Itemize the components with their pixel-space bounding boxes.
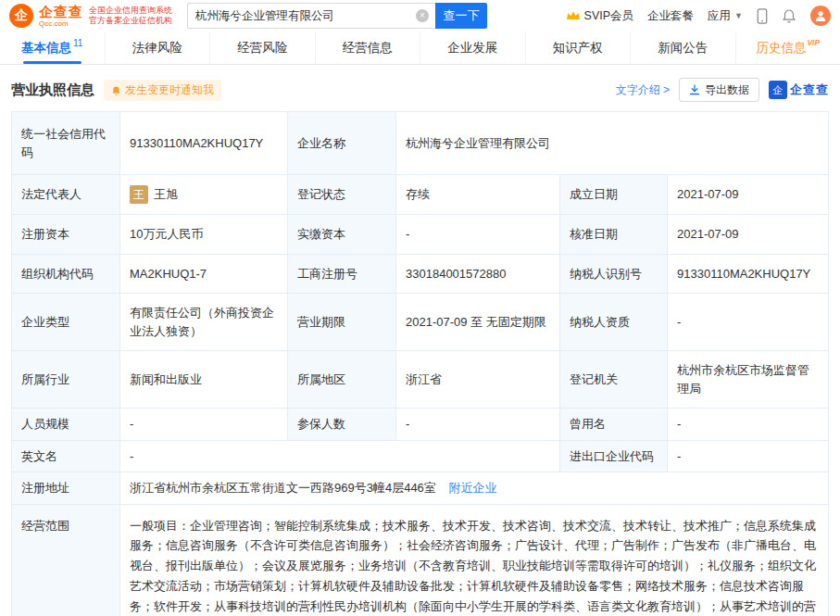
tab-intellectual-property[interactable]: 知识产权 bbox=[526, 31, 632, 64]
field-label-org-code: 组织机构代码 bbox=[12, 254, 120, 294]
table-row: 注册地址 浙江省杭州市余杭区五常街道文一西路969号3幢4层446室 附近企业 bbox=[12, 472, 829, 505]
field-value-reg-authority: 杭州市余杭区市场监督管理局 bbox=[668, 351, 829, 409]
field-value-region: 浙江省 bbox=[396, 351, 560, 409]
clear-search-icon[interactable]: × bbox=[416, 9, 429, 22]
field-label-business-term: 营业期限 bbox=[288, 294, 396, 351]
search-button[interactable]: 查一下 bbox=[435, 3, 487, 29]
field-value-reg-number: 330184001572880 bbox=[396, 254, 560, 294]
field-label-paid-capital: 实缴资本 bbox=[288, 215, 396, 255]
table-row: 企业类型 有限责任公司（外商投资企业法人独资） 营业期限 2021-07-09 … bbox=[12, 294, 829, 351]
table-row: 注册资本 10万元人民币 实缴资本 - 核准日期 2021-07-09 bbox=[12, 215, 829, 255]
field-label-approval-date: 核准日期 bbox=[560, 215, 668, 255]
table-row: 统一社会信用代码 91330110MA2KHUQ17Y 企业名称 杭州海兮企业管… bbox=[12, 112, 829, 175]
tab-company-development[interactable]: 企业发展 bbox=[420, 31, 526, 64]
field-label-credit-code: 统一社会信用代码 bbox=[12, 112, 120, 175]
table-row: 组织机构代码 MA2KHUQ1-7 工商注册号 330184001572880 … bbox=[12, 254, 829, 294]
table-row: 经营范围 一般项目：企业管理咨询；智能控制系统集成；技术服务、技术开发、技术咨询… bbox=[12, 504, 829, 616]
top-header: 企 企查查 Qcc.com 全国企业信用查询系统 官方备案企业征信机构 × 查一… bbox=[0, 0, 840, 31]
table-row: 所属行业 新闻和出版业 所属地区 浙江省 登记机关 杭州市余杭区市场监督管理局 bbox=[12, 351, 829, 409]
main-nav-tabs: 基本信息 11 法律风险 经营风险 经营信息 企业发展 知识产权 新闻公告 历史… bbox=[0, 31, 840, 65]
section-title: 营业执照信息 bbox=[11, 82, 94, 99]
field-label-establish-date: 成立日期 bbox=[560, 175, 668, 215]
notify-bell-icon bbox=[111, 85, 121, 95]
tab-business-info[interactable]: 经营信息 bbox=[316, 31, 421, 64]
field-value-reg-status: 存续 bbox=[396, 175, 560, 215]
crown-icon bbox=[566, 10, 581, 21]
notifications-button[interactable] bbox=[782, 8, 796, 23]
brand-name: 企查查 bbox=[39, 5, 83, 19]
text-intro-link[interactable]: 文字介绍 > bbox=[616, 82, 670, 98]
field-value-business-term: 2021-07-09 至 无固定期限 bbox=[396, 294, 560, 351]
field-label-former-name: 曾用名 bbox=[560, 409, 668, 441]
section-header: 营业执照信息 发生变更时通知我 文字介绍 > 导出数据 企 企查查 bbox=[11, 78, 829, 102]
field-label-taxpayer-quality: 纳税人资质 bbox=[560, 294, 668, 351]
chevron-down-icon: ▼ bbox=[734, 11, 743, 20]
field-value-reg-capital: 10万元人民币 bbox=[120, 215, 288, 255]
field-value-credit-code: 91330110MA2KHUQ17Y bbox=[120, 112, 288, 175]
field-value-industry: 新闻和出版业 bbox=[120, 351, 288, 409]
qcc-watermark-logo: 企 企查查 bbox=[769, 81, 829, 99]
business-license-table: 统一社会信用代码 91330110MA2KHUQ17Y 企业名称 杭州海兮企业管… bbox=[11, 111, 829, 616]
field-value-import-export-code: - bbox=[668, 440, 829, 472]
field-value-company-name: 杭州海兮企业管理有限公司 bbox=[396, 112, 829, 175]
bell-icon bbox=[782, 8, 796, 23]
field-value-legal-rep: 王 王旭 bbox=[120, 175, 288, 215]
field-label-reg-status: 登记状态 bbox=[288, 175, 396, 215]
phone-icon bbox=[757, 8, 768, 24]
user-avatar[interactable] bbox=[810, 6, 831, 26]
field-label-staff-size: 人员规模 bbox=[12, 409, 120, 441]
field-label-insured-count: 参保人数 bbox=[288, 409, 396, 441]
tab-operation-risk[interactable]: 经营风险 bbox=[210, 31, 316, 64]
table-row: 人员规模 - 参保人数 - 曾用名 - bbox=[12, 409, 829, 441]
tab-news-announcements[interactable]: 新闻公告 bbox=[631, 31, 736, 64]
legal-rep-avatar: 王 bbox=[130, 185, 148, 204]
apps-menu[interactable]: 应用 ▼ bbox=[708, 8, 743, 24]
field-value-org-code: MA2KHUQ1-7 bbox=[120, 254, 288, 294]
svip-link[interactable]: SVIP会员 bbox=[566, 8, 634, 24]
qcc-logo-icon: 企 bbox=[9, 4, 33, 28]
field-label-address: 注册地址 bbox=[12, 472, 120, 505]
table-row: 法定代表人 王 王旭 登记状态 存续 成立日期 2021-07-09 bbox=[12, 175, 829, 215]
tab-legal-risk[interactable]: 法律风险 bbox=[106, 31, 211, 64]
person-icon bbox=[814, 9, 827, 22]
download-icon bbox=[689, 84, 700, 95]
enterprise-package-link[interactable]: 企业套餐 bbox=[647, 8, 694, 24]
field-value-english-name: - bbox=[120, 440, 560, 472]
field-value-address: 浙江省杭州市余杭区五常街道文一西路969号3幢4层446室 附近企业 bbox=[120, 472, 829, 505]
qcc-watermark-icon: 企 bbox=[769, 81, 787, 99]
main-content: 营业执照信息 发生变更时通知我 文字介绍 > 导出数据 企 企查查 统一社会信用… bbox=[0, 78, 840, 616]
field-label-taxpayer-id: 纳税人识别号 bbox=[560, 254, 668, 294]
export-data-button[interactable]: 导出数据 bbox=[679, 78, 759, 102]
nearby-companies-link[interactable]: 附近企业 bbox=[448, 481, 496, 495]
brand-domain: Qcc.com bbox=[39, 20, 83, 28]
field-value-insured-count: - bbox=[396, 409, 560, 441]
field-label-reg-number: 工商注册号 bbox=[288, 254, 396, 294]
field-value-taxpayer-quality: - bbox=[668, 294, 829, 351]
tab-history-info[interactable]: 历史信息 VIP bbox=[736, 31, 840, 64]
field-label-legal-rep: 法定代表人 bbox=[12, 175, 120, 215]
field-label-english-name: 英文名 bbox=[12, 440, 120, 472]
search-bar: × 查一下 bbox=[187, 3, 487, 29]
field-value-former-name: - bbox=[668, 409, 829, 441]
field-value-business-scope: 一般项目：企业管理咨询；智能控制系统集成；技术服务、技术开发、技术咨询、技术交流… bbox=[120, 504, 829, 616]
basic-info-count: 11 bbox=[73, 38, 82, 48]
field-value-taxpayer-id: 91330110MA2KHUQ17Y bbox=[668, 254, 829, 294]
legal-rep-name[interactable]: 王旭 bbox=[154, 185, 178, 204]
field-value-paid-capital: - bbox=[396, 215, 560, 255]
field-label-company-type: 企业类型 bbox=[12, 294, 120, 351]
search-input[interactable] bbox=[188, 9, 416, 22]
table-row: 英文名 - 进出口企业代码 - bbox=[12, 440, 829, 472]
field-label-reg-capital: 注册资本 bbox=[12, 215, 120, 255]
field-value-establish-date: 2021-07-09 bbox=[668, 175, 829, 215]
field-label-industry: 所属行业 bbox=[12, 351, 120, 409]
field-label-reg-authority: 登记机关 bbox=[560, 351, 668, 409]
brand-slogan: 全国企业信用查询系统 官方备案企业征信机构 bbox=[89, 6, 172, 27]
mobile-app-button[interactable] bbox=[757, 8, 768, 24]
field-label-company-name: 企业名称 bbox=[288, 112, 396, 175]
field-value-staff-size: - bbox=[120, 409, 288, 441]
change-notify-button[interactable]: 发生变更时通知我 bbox=[104, 80, 221, 101]
qcc-logo[interactable]: 企 企查查 Qcc.com 全国企业信用查询系统 官方备案企业征信机构 bbox=[9, 4, 172, 28]
field-label-business-scope: 经营范围 bbox=[12, 504, 120, 616]
field-value-approval-date: 2021-07-09 bbox=[668, 215, 829, 255]
tab-basic-info[interactable]: 基本信息 11 bbox=[0, 31, 106, 64]
